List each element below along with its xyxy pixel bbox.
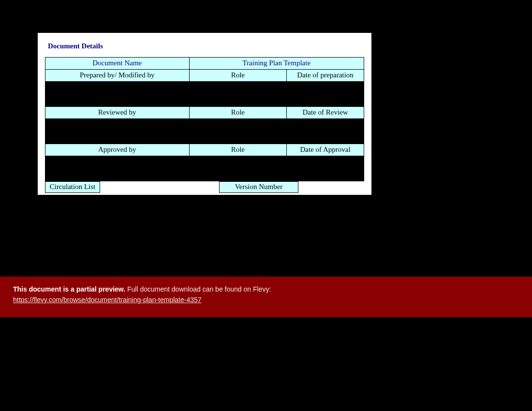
prepared-row: Prepared by/ Modified by Role Date of pr… (45, 70, 364, 82)
prepared-date-label: Date of preparation (287, 70, 364, 82)
reviewed-row: Reviewed by Role Date of Review (45, 107, 364, 119)
footer-link[interactable]: https://flevy.com/browse/document/traini… (13, 296, 202, 304)
footer-rest: Full document download can be found on F… (125, 285, 271, 293)
gap-row (45, 156, 364, 181)
document-page: Document Details Document Name Training … (38, 33, 371, 195)
approved-role-label: Role (189, 144, 287, 156)
approved-by-label: Approved by (45, 144, 190, 156)
version-number-cell: Version Number (219, 181, 298, 193)
reviewed-role-label: Role (189, 107, 287, 119)
footer-text-line: This document is a partial preview. Full… (13, 285, 532, 293)
approved-row: Approved by Role Date of Approval (45, 144, 364, 156)
circulation-list-cell: Circulation List (45, 181, 100, 193)
mini-tables-row: Circulation List Version Number (45, 181, 364, 195)
circulation-list-label: Circulation List (45, 182, 100, 193)
footer-lead: This document is a partial preview. (13, 285, 125, 293)
header-row: Document Name Training Plan Template (45, 58, 364, 70)
reviewed-by-label: Reviewed by (45, 107, 190, 119)
section-title: Document Details (48, 42, 364, 50)
page-inner: Document Details Document Name Training … (38, 33, 371, 195)
header-name-value: Training Plan Template (189, 58, 364, 70)
approved-date-label: Date of Approval (287, 144, 364, 156)
document-details-table: Document Name Training Plan Template Pre… (45, 57, 364, 181)
reviewed-date-label: Date of Review (287, 107, 364, 119)
gap-row (45, 119, 364, 144)
preview-footer: This document is a partial preview. Full… (0, 277, 532, 317)
gap-row (45, 82, 364, 107)
version-number-label: Version Number (220, 182, 298, 193)
prepared-role-label: Role (189, 70, 287, 82)
header-name-label: Document Name (45, 58, 190, 70)
prepared-by-label: Prepared by/ Modified by (45, 70, 190, 82)
